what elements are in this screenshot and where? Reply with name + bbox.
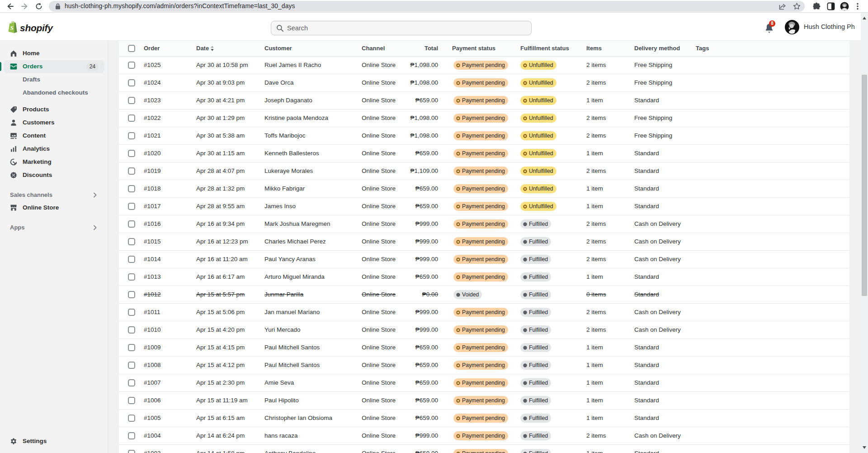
svg-text:S: S (10, 24, 14, 31)
